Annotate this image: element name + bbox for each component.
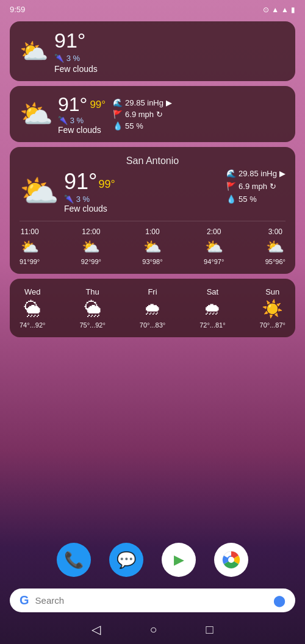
battery-icon: ▮: [291, 5, 295, 14]
widget-weekly[interactable]: Wed 🌦 74°...92° Thu 🌦 75°...92° Fri 🌧 70…: [10, 279, 295, 337]
condition-small: Few clouds: [54, 64, 98, 74]
day-icon: 🌦: [84, 299, 101, 319]
weather-icon-small: ⛅: [20, 38, 48, 65]
chrome-app[interactable]: [214, 543, 248, 577]
widget-medium[interactable]: ⛅ 91° 99° 🌂 3 % Few clouds 🌊 29.85 inHg …: [10, 86, 295, 142]
day-icon: 🌧: [144, 299, 161, 319]
svg-point-2: [228, 557, 234, 563]
pressure-arrow: ▶: [166, 98, 172, 107]
pressure-arrow-lg: ▶: [279, 169, 285, 178]
search-bar[interactable]: G ⬤: [10, 589, 295, 612]
temp-medium: 91°: [58, 93, 87, 116]
hour-item: 12:00 ⛅ 92°99°: [81, 227, 101, 265]
dock-area: 📞 💬 ▶: [0, 543, 305, 577]
widget-large-top: ⛅ 91° 99° 🌂 3 % Few clouds 🌊 29.85 inHg …: [20, 169, 285, 213]
hour-icon: ⛅: [143, 238, 162, 256]
hour-icon: ⛅: [82, 238, 100, 256]
hour-icon: ⛅: [266, 238, 284, 256]
day-item: Fri 🌧 70°...83°: [140, 287, 165, 329]
messages-icon: 💬: [117, 551, 136, 570]
day-icon: 🌦: [24, 299, 41, 319]
hour-time: 2:00: [207, 227, 221, 236]
rain-medium: 🌂 3 %: [58, 116, 106, 125]
day-temps: 70°...83°: [140, 321, 165, 329]
day-item: Sat 🌧 72°...81°: [199, 287, 225, 329]
pressure-icon: 🌊: [113, 98, 123, 107]
day-name: Fri: [148, 287, 157, 296]
city-label: San Antonio: [20, 156, 285, 166]
hour-time: 3:00: [268, 227, 282, 236]
humidity-icon: 💧: [113, 121, 123, 131]
widget-large-left: ⛅ 91° 99° 🌂 3 % Few clouds: [20, 169, 115, 213]
rain-large: 🌂 3 %: [64, 195, 115, 204]
hour-item: 2:00 ⛅ 94°97°: [204, 227, 224, 265]
temp-row-large: 91° 99°: [64, 169, 115, 195]
hour-temps: 91°99°: [20, 258, 40, 265]
hour-temps: 94°97°: [204, 258, 224, 265]
day-temps: 74°...92°: [20, 321, 45, 329]
day-temps: 72°...81°: [199, 321, 225, 329]
home-button[interactable]: ○: [149, 623, 157, 637]
circle-icon: ⊙: [263, 5, 269, 14]
humidity-value: 55 %: [125, 121, 143, 131]
condition-medium: Few clouds: [58, 125, 106, 135]
widget-medium-right: 🌊 29.85 inHg ▶ 🚩 6.9 mph ↻ 💧 55 %: [113, 98, 172, 131]
signal-icon: ▲: [281, 5, 289, 14]
back-button[interactable]: ◁: [92, 622, 101, 637]
hourly-forecast: 11:00 ⛅ 91°99° 12:00 ⛅ 92°99° 1:00 ⛅ 93°…: [20, 221, 285, 265]
status-icons: ⊙ ▲ ▲ ▮: [263, 5, 295, 14]
hour-temps: 92°99°: [81, 258, 101, 265]
phone-app[interactable]: 📞: [57, 543, 91, 577]
hour-item: 1:00 ⛅ 93°98°: [142, 227, 162, 265]
humidity-icon-lg: 💧: [226, 195, 236, 204]
temp-high-medium: 99°: [90, 99, 106, 111]
widget-small-details: 91° 🌂 3 % Few clouds: [54, 29, 98, 74]
hour-time: 12:00: [82, 227, 100, 236]
pressure-value: 29.85 inHg: [125, 98, 163, 107]
widget-large[interactable]: San Antonio ⛅ 91° 99° 🌂 3 % Few clouds 🌊…: [10, 147, 295, 274]
google-mic-icon[interactable]: ⬤: [273, 594, 285, 607]
pressure-row-lg: 🌊 29.85 inHg ▶: [226, 169, 285, 178]
pressure-val-lg: 29.85 inHg: [239, 169, 277, 178]
hour-temps: 95°96°: [265, 258, 285, 265]
search-input[interactable]: [35, 595, 267, 606]
temp-block-large: 91° 99° 🌂 3 % Few clouds: [64, 169, 115, 213]
humidity-val-lg: 55 %: [239, 195, 257, 204]
wind-arrow-lg: ↻: [270, 182, 276, 191]
recents-button[interactable]: □: [206, 623, 214, 637]
hour-time: 1:00: [145, 227, 159, 236]
day-name: Wed: [24, 287, 41, 296]
widget-medium-left: ⛅ 91° 99° 🌂 3 % Few clouds: [20, 93, 106, 135]
play-store-app[interactable]: ▶: [162, 543, 196, 577]
wifi-icon: ▲: [271, 5, 279, 14]
hour-icon: ⛅: [21, 238, 39, 256]
time: 9:59: [10, 5, 25, 14]
humidity-row-lg: 💧 55 %: [226, 195, 285, 204]
pressure-row: 🌊 29.85 inHg ▶: [113, 98, 172, 107]
hour-temps: 93°98°: [142, 258, 162, 265]
widget-small[interactable]: ⛅ 91° 🌂 3 % Few clouds: [10, 21, 295, 81]
day-temps: 75°...92°: [79, 321, 105, 329]
weather-icon-large: ⛅: [20, 173, 59, 210]
chrome-icon: [222, 551, 240, 569]
google-logo: G: [20, 593, 29, 607]
weekly-row: Wed 🌦 74°...92° Thu 🌦 75°...92° Fri 🌧 70…: [20, 287, 285, 329]
hour-icon: ⛅: [205, 238, 223, 256]
humidity-row: 💧 55 %: [113, 121, 172, 131]
temp-block-medium: 91° 99° 🌂 3 % Few clouds: [58, 93, 106, 135]
messages-app[interactable]: 💬: [109, 543, 143, 577]
wind-icon: 🚩: [113, 110, 123, 119]
day-item: Sun ☀️ 70°...87°: [260, 287, 285, 329]
wind-value: 6.9 mph: [125, 110, 154, 119]
wind-arrow: ↻: [156, 110, 163, 119]
play-icon: ▶: [174, 552, 184, 568]
day-name: Sat: [207, 287, 219, 296]
wind-icon-lg: 🚩: [226, 182, 236, 191]
nav-bar: ◁ ○ □: [0, 615, 305, 644]
day-item: Wed 🌦 74°...92°: [20, 287, 45, 329]
day-name: Sun: [265, 287, 279, 296]
day-icon: 🌧: [204, 299, 221, 319]
hour-item: 3:00 ⛅ 95°96°: [265, 227, 285, 265]
wind-val-lg: 6.9 mph: [239, 182, 267, 191]
condition-large: Few clouds: [64, 204, 115, 213]
